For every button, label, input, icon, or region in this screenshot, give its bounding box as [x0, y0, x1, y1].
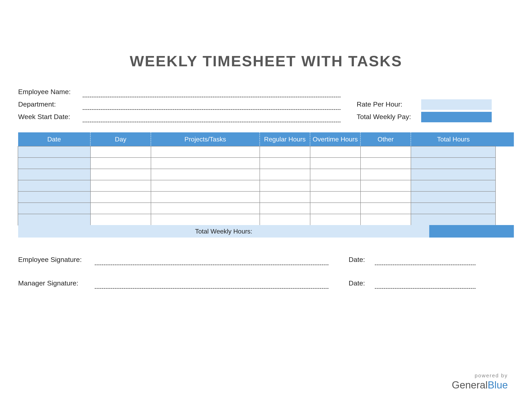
cell-overtime[interactable] — [310, 169, 361, 180]
cell-day[interactable] — [90, 191, 151, 203]
employee-signature-label: Employee Signature: — [18, 256, 95, 265]
cell-overtime[interactable] — [310, 180, 361, 192]
cell-overtime[interactable] — [310, 157, 361, 169]
cell-total[interactable] — [411, 191, 496, 203]
cell-other[interactable] — [360, 146, 411, 158]
table-row — [18, 214, 514, 225]
cell-overtime[interactable] — [310, 146, 361, 158]
cell-date[interactable] — [18, 157, 91, 169]
cell-overtime[interactable] — [310, 191, 361, 203]
brand-blue: Blue — [488, 379, 508, 391]
cell-projects[interactable] — [151, 203, 260, 214]
cell-date[interactable] — [18, 146, 91, 158]
cell-day[interactable] — [90, 157, 151, 169]
employee-signature-input[interactable] — [95, 256, 328, 265]
cell-projects[interactable] — [151, 169, 260, 180]
brand-general: General — [452, 379, 488, 391]
cell-regular[interactable] — [260, 180, 310, 192]
col-overtime-hours: Overtime Hours — [310, 132, 361, 147]
cell-day[interactable] — [90, 214, 151, 225]
table-row — [18, 192, 514, 203]
department-row: Department: Rate Per Hour: — [18, 99, 514, 110]
cell-day[interactable] — [90, 180, 151, 192]
table-header: Date Day Projects/Tasks Regular Hours Ov… — [18, 132, 514, 147]
manager-date-label: Date: — [349, 279, 375, 289]
rate-per-hour-input[interactable] — [421, 99, 492, 110]
cell-projects[interactable] — [151, 180, 260, 192]
cell-day[interactable] — [90, 169, 151, 180]
cell-other[interactable] — [360, 203, 411, 214]
cell-date[interactable] — [18, 214, 91, 225]
manager-signature-label: Manager Signature: — [18, 279, 95, 289]
col-projects: Projects/Tasks — [151, 132, 260, 147]
employee-date-input[interactable] — [375, 256, 475, 265]
cell-date[interactable] — [18, 180, 91, 192]
col-total-hours: Total Hours — [411, 132, 496, 147]
table-row — [18, 180, 514, 192]
cell-regular[interactable] — [260, 203, 310, 214]
total-weekly-pay-label: Total Weekly Pay: — [357, 113, 421, 122]
cell-date[interactable] — [18, 169, 91, 180]
table-row — [18, 147, 514, 158]
cell-other[interactable] — [360, 157, 411, 169]
employee-signature-row: Employee Signature: Date: — [18, 256, 514, 265]
table-row — [18, 203, 514, 214]
cell-date[interactable] — [18, 191, 91, 203]
table-body — [18, 147, 514, 225]
week-start-input[interactable] — [83, 113, 341, 122]
cell-overtime[interactable] — [310, 214, 361, 225]
page-title: WEEKLY TIMESHEET WITH TASKS — [18, 52, 514, 70]
cell-projects[interactable] — [151, 191, 260, 203]
table-row — [18, 158, 514, 169]
powered-by-text: powered by — [452, 373, 508, 379]
total-weekly-hours-value — [429, 225, 514, 238]
timesheet-table: Date Day Projects/Tasks Regular Hours Ov… — [18, 132, 514, 238]
col-regular-hours: Regular Hours — [260, 132, 310, 147]
department-input[interactable] — [83, 101, 341, 110]
cell-other[interactable] — [360, 180, 411, 192]
week-start-row: Week Start Date: Total Weekly Pay: — [18, 112, 514, 122]
col-other: Other — [361, 132, 411, 147]
manager-signature-input[interactable] — [95, 280, 328, 289]
total-weekly-pay-value — [421, 112, 492, 122]
cell-overtime[interactable] — [310, 203, 361, 214]
total-weekly-hours-label: Total Weekly Hours: — [18, 225, 429, 238]
cell-other[interactable] — [360, 169, 411, 180]
employee-name-row: Employee Name: — [18, 88, 514, 97]
cell-regular[interactable] — [260, 169, 310, 180]
manager-date-input[interactable] — [375, 280, 475, 289]
cell-projects[interactable] — [151, 157, 260, 169]
cell-other[interactable] — [360, 214, 411, 225]
footer: powered by GeneralBlue — [452, 373, 508, 391]
department-label: Department: — [18, 100, 83, 110]
signature-section: Employee Signature: Date: Manager Signat… — [18, 256, 514, 289]
rate-per-hour-label: Rate Per Hour: — [357, 100, 421, 110]
employee-name-input[interactable] — [83, 88, 341, 97]
col-date: Date — [18, 132, 91, 147]
week-start-label: Week Start Date: — [18, 113, 83, 122]
cell-total[interactable] — [411, 157, 496, 169]
cell-regular[interactable] — [260, 214, 310, 225]
brand-logo: GeneralBlue — [452, 379, 508, 391]
cell-total[interactable] — [411, 169, 496, 180]
cell-regular[interactable] — [260, 146, 310, 158]
cell-day[interactable] — [90, 146, 151, 158]
table-row — [18, 169, 514, 180]
manager-signature-row: Manager Signature: Date: — [18, 279, 514, 289]
cell-other[interactable] — [360, 191, 411, 203]
col-day: Day — [91, 132, 151, 147]
cell-regular[interactable] — [260, 157, 310, 169]
table-total-row: Total Weekly Hours: — [18, 225, 514, 238]
cell-projects[interactable] — [151, 146, 260, 158]
cell-total[interactable] — [411, 214, 496, 225]
cell-date[interactable] — [18, 203, 91, 214]
cell-total[interactable] — [411, 180, 496, 192]
cell-projects[interactable] — [151, 214, 260, 225]
cell-total[interactable] — [411, 146, 496, 158]
timesheet-page: WEEKLY TIMESHEET WITH TASKS Employee Nam… — [12, 12, 520, 399]
cell-day[interactable] — [90, 203, 151, 214]
cell-total[interactable] — [411, 203, 496, 214]
employee-name-label: Employee Name: — [18, 88, 83, 97]
employee-date-label: Date: — [349, 256, 375, 265]
cell-regular[interactable] — [260, 191, 310, 203]
